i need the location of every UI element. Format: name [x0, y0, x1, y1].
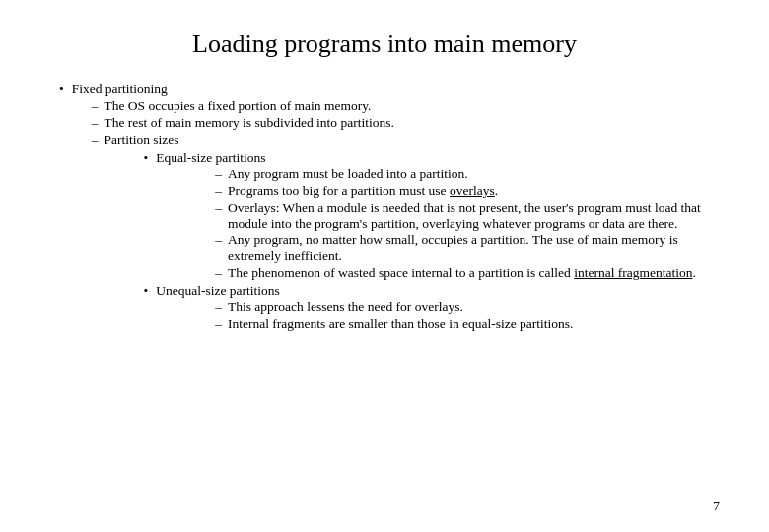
overlays-underline: overlays — [450, 183, 495, 198]
sub-dash-item: – Any program, no matter how small, occu… — [156, 233, 720, 264]
dash-icon: – — [215, 166, 222, 182]
slide-title: Loading programs into main memory — [49, 30, 720, 59]
sub-dash-item: – Programs too big for a partition must … — [156, 183, 720, 199]
sub-item-content: Unequal-size partitions – This approach … — [156, 283, 720, 333]
sub-dash-text: Any program, no matter how small, occupi… — [228, 233, 720, 264]
sub-bullet-list: • Equal-size partitions – Any program mu… — [104, 150, 720, 333]
equal-size-label: Equal-size partitions — [156, 150, 265, 165]
sub-dash-item: – The phenomenon of wasted space interna… — [156, 265, 720, 281]
sub-dash-item: – This approach lessens the need for ove… — [156, 299, 720, 315]
partition-sizes-label: Partition sizes — [104, 132, 178, 147]
page-number: 7 — [713, 499, 720, 514]
sub-dash-list-1: – Any program must be loaded into a part… — [156, 166, 720, 281]
dash-item: – The OS occupies a fixed portion of mai… — [72, 99, 720, 114]
slide: Loading programs into main memory • Fixe… — [0, 0, 769, 532]
dash-list-1: – The OS occupies a fixed portion of mai… — [72, 99, 720, 334]
sub-list-item: • Unequal-size partitions – This approac… — [104, 283, 720, 333]
slide-content: • Fixed partitioning – The OS occupies a… — [49, 81, 720, 335]
sub-list-item: • Equal-size partitions – Any program mu… — [104, 150, 720, 282]
dash-icon: – — [215, 183, 222, 199]
dash-icon: – — [92, 99, 99, 114]
dash-icon: – — [215, 316, 222, 332]
sub-bullet-icon: • — [143, 283, 148, 299]
dash-icon: – — [92, 132, 99, 148]
dash-text: Partition sizes • Equal-size partitions — [104, 132, 720, 334]
list-item: • Fixed partitioning – The OS occupies a… — [59, 81, 720, 335]
fixed-partitioning-label: Fixed partitioning — [72, 81, 168, 96]
sub-dash-item: – Any program must be loaded into a part… — [156, 166, 720, 182]
dash-text: The rest of main memory is subdivided in… — [104, 115, 720, 131]
dash-item: – The rest of main memory is subdivided … — [72, 115, 720, 131]
sub-dash-text: Overlays: When a module is needed that i… — [228, 200, 720, 232]
sub-item-content: Equal-size partitions – Any program must… — [156, 150, 720, 282]
sub-dash-text: This approach lessens the need for overl… — [228, 299, 720, 315]
main-list: • Fixed partitioning – The OS occupies a… — [59, 81, 720, 335]
dash-text: The OS occupies a fixed portion of main … — [104, 99, 720, 114]
bullet-icon: • — [59, 81, 64, 97]
sub-dash-text: Any program must be loaded into a partit… — [228, 166, 720, 182]
sub-dash-text: Programs too big for a partition must us… — [228, 183, 720, 199]
dash-icon: – — [215, 265, 222, 281]
dash-item: – Partition sizes • Equal-size partition… — [72, 132, 720, 334]
dash-icon: – — [92, 115, 99, 131]
list-item-content: Fixed partitioning – The OS occupies a f… — [72, 81, 720, 335]
dash-icon: – — [215, 233, 222, 248]
sub-bullet-icon: • — [143, 150, 148, 166]
unequal-size-label: Unequal-size partitions — [156, 283, 280, 298]
sub-dash-item: – Internal fragments are smaller than th… — [156, 316, 720, 332]
dash-icon: – — [215, 299, 222, 315]
sub-dash-list-2: – This approach lessens the need for ove… — [156, 299, 720, 332]
sub-dash-text: The phenomenon of wasted space internal … — [228, 265, 720, 281]
sub-dash-text: Internal fragments are smaller than thos… — [228, 316, 720, 332]
sub-dash-item: – Overlays: When a module is needed that… — [156, 200, 720, 232]
internal-fragmentation-underline: internal fragmentation — [574, 265, 692, 280]
dash-icon: – — [215, 200, 222, 216]
